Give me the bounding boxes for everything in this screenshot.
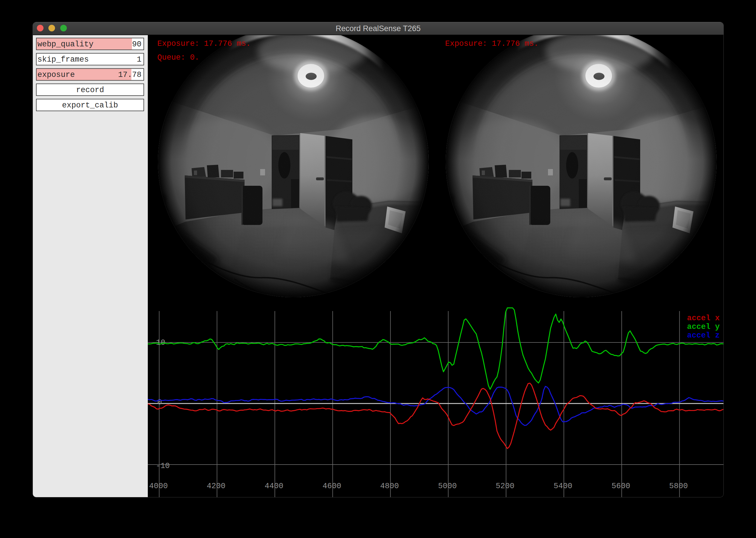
svg-text:4800: 4800 bbox=[380, 482, 399, 491]
svg-text:5800: 5800 bbox=[669, 482, 688, 491]
svg-text:5600: 5600 bbox=[611, 482, 630, 491]
svg-text:accel y: accel y bbox=[687, 323, 720, 331]
svg-text:Queue: 0.: Queue: 0. bbox=[157, 53, 200, 62]
svg-text:accel z: accel z bbox=[687, 331, 720, 340]
svg-text:4200: 4200 bbox=[207, 482, 226, 491]
svg-text:accel x: accel x bbox=[687, 314, 720, 323]
svg-text:5200: 5200 bbox=[496, 482, 515, 491]
svg-text:-10: -10 bbox=[156, 462, 170, 470]
svg-text:4600: 4600 bbox=[323, 482, 341, 491]
svg-text:5400: 5400 bbox=[554, 482, 572, 491]
svg-text:Exposure: 17.776 ms.: Exposure: 17.776 ms. bbox=[445, 39, 539, 48]
svg-text:5000: 5000 bbox=[438, 482, 457, 491]
svg-text:Exposure: 17.776 ms.: Exposure: 17.776 ms. bbox=[157, 39, 251, 48]
svg-text:4000: 4000 bbox=[149, 482, 168, 491]
svg-text:4400: 4400 bbox=[265, 482, 283, 491]
svg-text:0: 0 bbox=[157, 398, 162, 407]
